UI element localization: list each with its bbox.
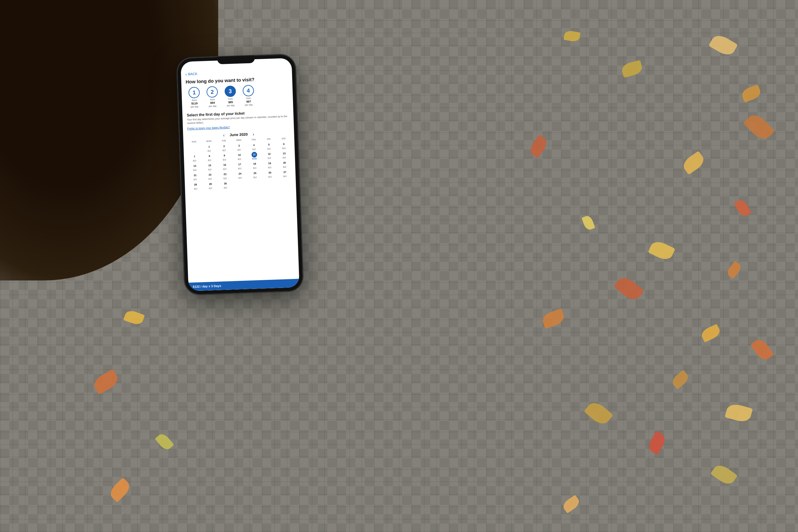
calendar-grid: SUN MON TUE WED THU FRI SAT 1$22 2$22 3$… bbox=[183, 136, 296, 190]
phone-frame: ‹ BACK How long do you want to visit? 1 … bbox=[177, 54, 303, 295]
day-header-thu: THU bbox=[246, 137, 261, 141]
day-price-1: from $119 per day bbox=[190, 99, 198, 109]
cal-cell-jun30[interactable]: 30$22 bbox=[218, 180, 233, 189]
cal-cell-jun25[interactable]: 25$22 bbox=[247, 170, 263, 179]
cal-cell-jun4[interactable]: 4$22 bbox=[246, 141, 262, 151]
cal-cell-empty5 bbox=[278, 178, 293, 188]
cal-cell-empty bbox=[186, 144, 202, 153]
cal-cell-jun3[interactable]: 3$22 bbox=[231, 142, 247, 152]
cal-cell-jun12[interactable]: 12$22 bbox=[262, 150, 277, 160]
cal-cell-jun5[interactable]: 5$22 bbox=[261, 141, 277, 151]
app-content: ‹ BACK How long do you want to visit? 1 … bbox=[181, 65, 300, 291]
day-selector: 1 from $119 per day 2 from $94 p bbox=[182, 83, 293, 112]
cal-cell-jun14[interactable]: 14$22 bbox=[187, 163, 203, 172]
phone-device: ‹ BACK How long do you want to visit? 1 … bbox=[177, 54, 303, 295]
cal-cell-jun29[interactable]: 29$22 bbox=[203, 180, 218, 190]
back-chevron-icon: ‹ bbox=[185, 72, 187, 77]
day-header-fri: FRI bbox=[261, 137, 276, 141]
day-option-4[interactable]: 4 from $67 per day bbox=[240, 85, 257, 107]
day-price-3: from $85 per day bbox=[227, 97, 235, 107]
phone-screen: ‹ BACK How long do you want to visit? 1 … bbox=[180, 58, 299, 291]
cal-cell-jun1[interactable]: 1$22 bbox=[202, 143, 217, 153]
cal-cell-jun26[interactable]: 26$22 bbox=[262, 169, 278, 178]
cal-cell-jun18[interactable]: 18$22 bbox=[247, 160, 262, 170]
cal-cell-jun2[interactable]: 2$22 bbox=[216, 142, 232, 152]
cal-cell-empty3 bbox=[248, 179, 263, 189]
bottom-bar-price: $122 / day x 3 Days bbox=[193, 284, 221, 288]
phone-notch bbox=[217, 56, 255, 64]
day-header-tue: TUE bbox=[216, 138, 231, 142]
cal-cell-jun10[interactable]: 10$22 bbox=[232, 151, 247, 161]
day-number-3: 3 bbox=[225, 86, 236, 97]
day-header-mon: MON bbox=[202, 139, 216, 143]
day-price-4: from $67 per day bbox=[245, 97, 253, 107]
day-number-1: 1 bbox=[188, 87, 200, 98]
calendar-prev-button[interactable]: ‹ bbox=[223, 132, 225, 137]
cal-cell-jun20[interactable]: 20$22 bbox=[277, 159, 292, 169]
day-option-1[interactable]: 1 from $119 per day bbox=[186, 87, 203, 109]
day-header-sat: SAT bbox=[276, 136, 291, 140]
day-number-2: 2 bbox=[206, 86, 218, 98]
cal-cell-jun11[interactable]: 11$122 bbox=[247, 151, 262, 160]
cal-cell-jun27[interactable]: 27$22 bbox=[277, 169, 292, 178]
cal-cell-jun21[interactable]: 21$22 bbox=[188, 172, 203, 182]
cal-cell-jun7[interactable]: 7$22 bbox=[187, 153, 202, 163]
cal-cell-jun22[interactable]: 22$22 bbox=[203, 171, 218, 181]
calendar-month-year: June 2020 bbox=[229, 132, 248, 137]
cal-cell-jun19[interactable]: 19$22 bbox=[262, 159, 277, 169]
cal-cell-jun8[interactable]: 8$22 bbox=[202, 152, 217, 162]
cal-cell-empty2 bbox=[233, 179, 248, 189]
back-label: BACK bbox=[188, 72, 197, 76]
cal-cell-empty4 bbox=[263, 178, 278, 188]
cal-cell-jun28[interactable]: 28$22 bbox=[188, 181, 203, 191]
day-option-2[interactable]: 2 from $94 per day bbox=[204, 86, 221, 108]
day-header-wed: WED bbox=[231, 138, 246, 142]
calendar-next-button[interactable]: › bbox=[252, 132, 254, 136]
day-number-4: 4 bbox=[243, 85, 254, 96]
day-option-3[interactable]: 3 from $85 per day bbox=[222, 86, 239, 108]
day-header-sun: SUN bbox=[186, 140, 202, 144]
cal-cell-jun13[interactable]: 13$22 bbox=[277, 150, 292, 159]
cal-cell-jun16[interactable]: 16$22 bbox=[217, 161, 232, 171]
cal-cell-jun15[interactable]: 15$22 bbox=[202, 162, 217, 171]
cal-cell-jun23[interactable]: 23$22 bbox=[217, 170, 233, 180]
cal-cell-jun6[interactable]: 6$22 bbox=[276, 140, 291, 150]
bottom-bar: $122 / day x 3 Days bbox=[188, 279, 300, 291]
cal-cell-jun17[interactable]: 17$22 bbox=[232, 161, 247, 170]
cal-cell-jun9[interactable]: 9$22 bbox=[217, 152, 232, 162]
day-price-2: from $94 per day bbox=[209, 98, 217, 108]
cal-cell-jun24[interactable]: 24$22 bbox=[232, 170, 248, 180]
